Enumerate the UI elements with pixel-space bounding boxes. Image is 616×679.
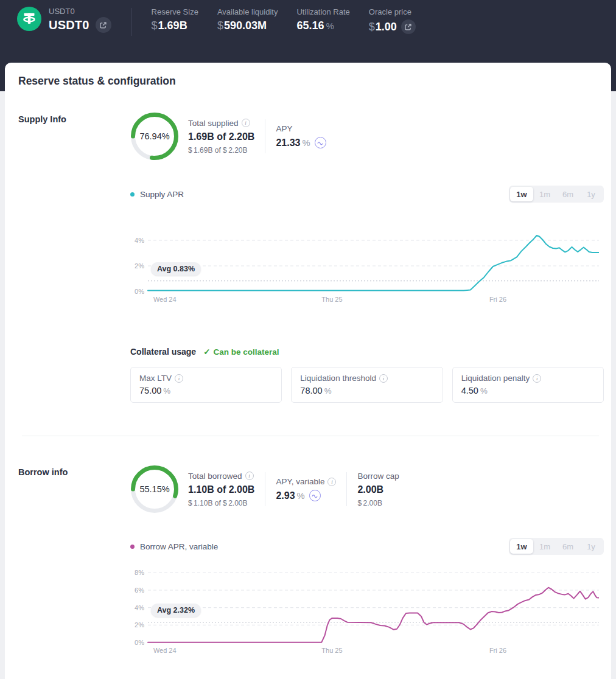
svg-text:2%: 2%	[135, 621, 144, 629]
divider	[265, 119, 265, 153]
stat-reserve-size: Reserve Size $1.69B	[152, 7, 198, 34]
svg-text:2%: 2%	[135, 262, 144, 270]
supply-avg-badge: Avg 0.83%	[151, 262, 201, 276]
supply-section-label: Supply Info	[18, 114, 66, 124]
header-stats: Reserve Size $1.69B Available liquidity …	[152, 7, 416, 34]
stat-oracle-price: Oracle price $1.00	[369, 7, 416, 34]
oracle-external-link-button[interactable]	[401, 19, 416, 34]
timerange-1w[interactable]: 1w	[510, 539, 533, 554]
divider	[346, 472, 347, 506]
info-icon[interactable]: i	[379, 374, 388, 383]
usdt-token-icon	[17, 7, 41, 31]
borrow-overview: 55.15% Total borrowedi 1.10B of 2.00B $ …	[130, 465, 604, 514]
svg-text:4%: 4%	[135, 604, 144, 611]
liquidation-penalty-box: Liquidation penaltyi 4.50%	[452, 367, 604, 403]
svg-text:4%: 4%	[135, 237, 144, 244]
borrow-gauge-percent: 55.15%	[130, 465, 179, 514]
timerange-1y[interactable]: 1y	[579, 187, 603, 201]
svg-text:Wed 24: Wed 24	[153, 647, 177, 654]
divider	[265, 472, 265, 506]
stat-utilization-rate: Utilization Rate 65.16%	[296, 7, 349, 34]
info-icon[interactable]: i	[242, 119, 250, 127]
supply-gauge-percent: 76.94%	[130, 112, 179, 161]
borrow-legend-dot	[130, 545, 135, 549]
borrow-section: Borrow info 55.15% Total borrowedi 1.10B…	[17, 465, 604, 660]
check-icon: ✓	[203, 347, 210, 357]
borrow-chart-legend: Borrow APR, variable	[130, 542, 218, 551]
svg-text:0%: 0%	[135, 639, 144, 646]
reserve-status-card: Reserve status & configuration Supply In…	[5, 63, 611, 679]
total-borrowed-block: Total borrowedi 1.10B of 2.00B $ 1.10B o…	[188, 472, 254, 507]
collateral-title: Collateral usage	[130, 347, 196, 357]
borrow-gauge: 55.15%	[130, 465, 179, 514]
token-name: USDT0	[49, 18, 89, 32]
supply-timerange-selector: 1w 1m 6m 1y	[509, 186, 604, 203]
svg-text:Thu 25: Thu 25	[321, 296, 342, 303]
timerange-1m[interactable]: 1m	[533, 187, 556, 201]
supply-apy-block: APY 21.33%	[276, 124, 326, 148]
svg-text:8%: 8%	[135, 569, 144, 576]
svg-text:6%: 6%	[135, 587, 144, 594]
max-ltv-box: Max LTVi 75.00%	[130, 367, 282, 403]
apy-trend-icon[interactable]	[309, 490, 321, 501]
apy-trend-icon[interactable]	[315, 137, 326, 148]
borrow-apy-block: APY, variablei 2.93%	[276, 477, 336, 501]
page-title: Reserve status & configuration	[17, 75, 604, 88]
supply-legend-dot	[130, 192, 135, 197]
timerange-1y[interactable]: 1y	[579, 539, 603, 554]
timerange-1m[interactable]: 1m	[533, 539, 556, 554]
borrow-section-label: Borrow info	[18, 467, 68, 477]
header-divider	[131, 8, 131, 36]
supply-chart-legend: Supply APR	[130, 190, 184, 199]
timerange-6m[interactable]: 6m	[556, 187, 579, 201]
borrow-apr-chart: 0%2%4%6%8%Wed 24Thu 25Fri 26 Avg 2.32%	[130, 568, 604, 660]
borrow-timerange-selector: 1w 1m 6m 1y	[509, 538, 604, 555]
timerange-6m[interactable]: 6m	[556, 539, 579, 554]
can-be-collateral-badge: ✓ Can be collateral	[203, 347, 279, 357]
info-icon[interactable]: i	[533, 374, 541, 383]
borrow-cap-block: Borrow cap 2.00B $ 2.00B	[357, 472, 399, 507]
supply-apr-chart: 0%2%4%Wed 24Thu 25Fri 26 Avg 0.83%	[130, 224, 604, 309]
svg-text:Fri 26: Fri 26	[489, 296, 506, 303]
token-symbol-small: USDT0	[49, 7, 111, 16]
total-supplied-block: Total suppliedi 1.69B of 2.20B $ 1.69B o…	[188, 119, 254, 155]
stat-available-liquidity: Available liquidity $590.03M	[217, 7, 278, 34]
external-link-icon	[99, 21, 107, 29]
supply-overview: 76.94% Total suppliedi 1.69B of 2.20B $ …	[130, 112, 604, 161]
timerange-1w[interactable]: 1w	[510, 187, 533, 201]
info-icon[interactable]: i	[327, 478, 336, 486]
borrow-avg-badge: Avg 2.32%	[151, 604, 201, 617]
svg-text:Wed 24: Wed 24	[153, 296, 177, 303]
info-icon[interactable]: i	[245, 472, 254, 480]
liquidation-threshold-box: Liquidation thresholdi 78.00%	[291, 367, 443, 403]
token-external-link-button[interactable]	[96, 17, 111, 33]
supply-gauge: 76.94%	[130, 112, 179, 161]
collateral-usage: Collateral usage ✓ Can be collateral Max…	[130, 347, 604, 403]
info-icon[interactable]: i	[175, 374, 183, 383]
external-link-icon	[404, 23, 412, 31]
svg-text:Fri 26: Fri 26	[489, 647, 506, 654]
supply-section: Supply Info 76.94% Total suppliedi 1.69B…	[17, 112, 604, 403]
svg-text:0%: 0%	[135, 288, 144, 295]
svg-text:Thu 25: Thu 25	[321, 647, 342, 654]
section-divider	[22, 436, 599, 436]
